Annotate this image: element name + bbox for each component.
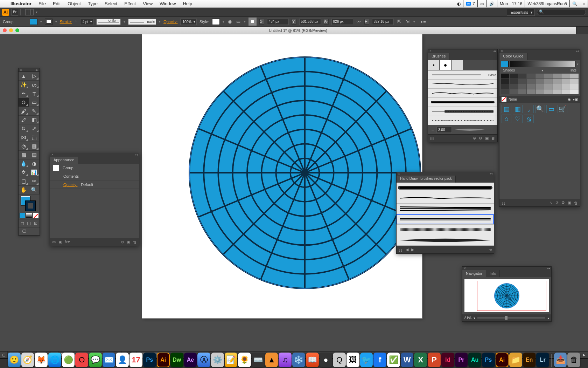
variable-width-profile[interactable]: Uniform	[96, 19, 121, 25]
cg-swatch[interactable]	[536, 74, 544, 79]
direct-selection-tool[interactable]: ▷	[29, 72, 40, 81]
recolor-artwork-icon[interactable]: ◉	[227, 19, 233, 25]
delete-item-icon[interactable]: 🗑	[133, 240, 137, 244]
brush-libraries-icon[interactable]: ⫿⫿	[399, 248, 403, 252]
dock-ibooks-icon[interactable]: 📖	[306, 353, 319, 367]
add-to-brushes-icon[interactable]: ⇥	[489, 247, 492, 252]
brush-definition[interactable]: Basic	[128, 19, 156, 25]
polar-grid-artwork[interactable]	[188, 55, 422, 290]
artboard-tool[interactable]: ▢	[19, 177, 29, 186]
cg-swatch[interactable]	[536, 79, 544, 84]
h-input[interactable]	[372, 19, 394, 25]
dock-trash-icon[interactable]: 🗑	[567, 353, 580, 367]
notification-center-icon[interactable]: ≡	[580, 0, 588, 7]
hdb-tab[interactable]: Hand Drawn brushes vector pack	[397, 176, 456, 183]
column-graph-tool[interactable]: 📊	[29, 168, 40, 177]
color-mode-color[interactable]	[19, 213, 25, 218]
constrain-proportions-icon[interactable]: ⚯	[356, 19, 362, 25]
symbol-sprayer-tool[interactable]: ✲	[19, 168, 29, 177]
dock-encoder-icon[interactable]: En	[523, 353, 536, 367]
dock-messages-icon[interactable]: 💬	[89, 353, 102, 367]
opacity-input[interactable]: 100%	[180, 19, 197, 25]
dock-word-icon[interactable]: W	[401, 353, 414, 367]
cg-swatch[interactable]	[527, 74, 535, 79]
dock-powerpoint-icon[interactable]: P	[428, 353, 441, 367]
nav-zoom-in-icon[interactable]: ▴	[547, 316, 549, 320]
brush-libraries-icon[interactable]: ⫿⫿	[430, 136, 434, 141]
lasso-tool[interactable]: ᔕ	[29, 81, 40, 89]
sync-icon[interactable]: ◐	[455, 0, 463, 7]
dock-photos-icon[interactable]: 🌻	[238, 353, 251, 367]
clock[interactable]: Mon 17:16	[497, 0, 525, 7]
brush-item[interactable]	[428, 107, 497, 116]
options-icon[interactable]: ⚙	[479, 136, 482, 141]
volume-icon[interactable]: 🔊	[487, 0, 497, 7]
cg-edit-colors-icon[interactable]: ◉	[568, 97, 571, 101]
type-tool[interactable]: T	[29, 89, 40, 98]
brush-item[interactable]	[428, 98, 497, 107]
cg-swatch[interactable]	[561, 74, 570, 79]
dock-appstore-icon[interactable]: Ⓐ	[197, 353, 210, 367]
cg-rss-icon[interactable]: ◞	[524, 105, 534, 113]
cg-swatch[interactable]	[501, 89, 509, 94]
zoom-window-button[interactable]	[15, 28, 19, 32]
cg-cart-icon[interactable]: 🛒	[558, 105, 567, 113]
cg-swatch[interactable]	[501, 84, 509, 89]
nav-zoom-slider[interactable]	[477, 317, 545, 319]
cg-swatch[interactable]	[553, 84, 561, 89]
dock-facebook-icon[interactable]: f	[373, 353, 386, 367]
appearance-contents-row[interactable]: Contents	[50, 172, 139, 180]
add-effect-icon[interactable]: fx▾	[65, 240, 70, 244]
panel-grip[interactable]	[428, 49, 497, 53]
cg-swatch[interactable]	[510, 89, 518, 94]
dock-illustrator-icon[interactable]: Ai	[157, 353, 170, 367]
delete-symbol-icon[interactable]: 🗑	[574, 201, 578, 205]
dock-downloads-icon[interactable]: 📥	[554, 353, 567, 367]
gradient-tool[interactable]: ▤	[29, 151, 40, 159]
bridge-button[interactable]: Br	[11, 9, 18, 16]
cg-base-color[interactable]	[501, 61, 509, 67]
cg-swatch[interactable]	[501, 74, 509, 79]
fill-swatch[interactable]	[30, 19, 37, 25]
navigator-thumbnail[interactable]	[464, 279, 549, 312]
navigator-view-box[interactable]	[477, 281, 546, 311]
cg-swatch[interactable]	[561, 89, 570, 94]
next-library-icon[interactable]: ▶	[411, 247, 414, 252]
none-swatch-icon[interactable]	[502, 97, 506, 102]
active-app-name[interactable]: Web389LogansRun5	[525, 0, 570, 7]
place-symbol-icon[interactable]: ↘	[550, 200, 553, 205]
color-guide-tab[interactable]: Color Guide	[499, 53, 527, 60]
align-icon[interactable]: ▭	[236, 19, 241, 25]
dock-itunes-icon[interactable]: ♫	[279, 353, 292, 367]
dock-firefox-icon[interactable]: 🦊	[35, 353, 48, 367]
dock-terminal-icon[interactable]: ⌨️	[252, 353, 265, 367]
hdb-item[interactable]	[397, 193, 494, 204]
brush-list[interactable]: Basic	[428, 70, 497, 125]
cg-search-icon[interactable]: 🔍	[535, 105, 545, 113]
status-artboard-icon[interactable]: ▢	[0, 352, 8, 358]
hdb-item[interactable]	[397, 204, 494, 214]
menu-window[interactable]: Window	[156, 1, 179, 6]
cg-swatch[interactable]	[510, 79, 518, 84]
line-segment-tool[interactable]: ⊚	[19, 98, 29, 107]
cg-home-icon[interactable]: ⌂	[502, 115, 511, 123]
dock-photoshop2-icon[interactable]: Ps	[482, 353, 495, 367]
dock-indesign-icon[interactable]: Id	[441, 353, 454, 367]
remove-brush-stroke-icon[interactable]: ⊗	[473, 136, 476, 141]
reference-point-locator[interactable]	[248, 18, 257, 26]
cg-swatch[interactable]	[518, 74, 527, 79]
cg-swatch[interactable]	[510, 74, 518, 79]
dock-illustrator2-icon[interactable]: Ai	[496, 353, 509, 367]
cg-heart-plus-icon[interactable]: ♡	[513, 115, 523, 123]
cg-swatch[interactable]	[518, 84, 527, 89]
hdb-item[interactable]	[397, 235, 494, 246]
brush-item[interactable]	[428, 80, 497, 89]
help-search-input[interactable]	[537, 9, 586, 15]
rotate-tool[interactable]: ↻	[19, 124, 29, 133]
brush-variant-1[interactable]: •	[428, 60, 440, 70]
dock-quicktime-icon[interactable]: Q	[333, 353, 346, 367]
stroke-color-icon[interactable]	[26, 201, 35, 211]
info-tab[interactable]: Info	[486, 270, 500, 277]
clear-appearance-icon[interactable]: ⊘	[121, 240, 124, 244]
menu-object[interactable]: Object	[64, 1, 84, 6]
